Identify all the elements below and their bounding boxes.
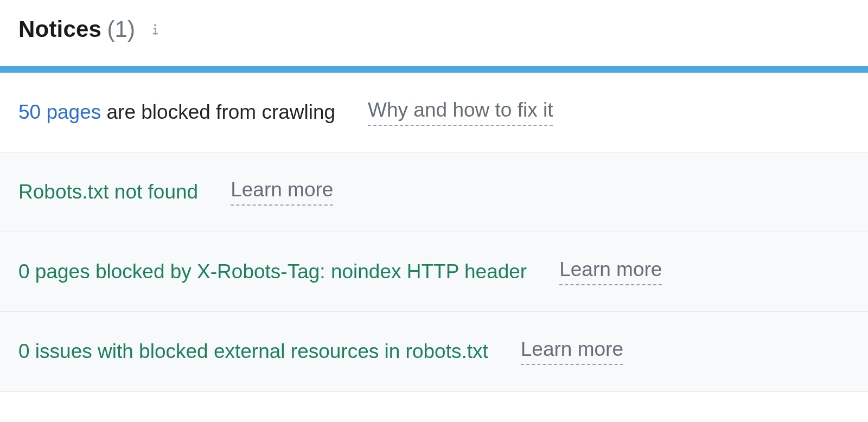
notice-row: 50 pages are blocked from crawling Why a…	[0, 73, 868, 152]
notice-message: 50 pages are blocked from crawling	[18, 101, 335, 124]
info-icon[interactable]	[147, 21, 163, 37]
notice-text: Robots.txt not found	[18, 181, 198, 203]
notices-count: (1)	[107, 16, 135, 42]
notice-text: are blocked from crawling	[101, 101, 335, 123]
svg-point-0	[154, 24, 156, 27]
notice-text: 0 pages blocked by X-Robots-Tag: noindex…	[18, 260, 527, 283]
notice-row: Robots.txt not found Learn more	[0, 152, 868, 232]
learn-more-link[interactable]: Learn more	[231, 178, 333, 206]
pages-count-link[interactable]: 50 pages	[18, 101, 101, 123]
fix-link[interactable]: Why and how to fix it	[368, 99, 553, 126]
notice-row: 0 issues with blocked external resources…	[0, 312, 868, 392]
notices-header: Notices (1)	[0, 0, 868, 66]
notices-title-block: Notices (1)	[18, 16, 135, 42]
notice-row: 0 pages blocked by X-Robots-Tag: noindex…	[0, 232, 868, 312]
learn-more-link[interactable]: Learn more	[559, 258, 662, 285]
learn-more-link[interactable]: Learn more	[521, 338, 623, 365]
notice-text: 0 issues with blocked external resources…	[18, 340, 488, 363]
accent-divider	[0, 66, 868, 73]
notices-title: Notices	[18, 16, 101, 42]
